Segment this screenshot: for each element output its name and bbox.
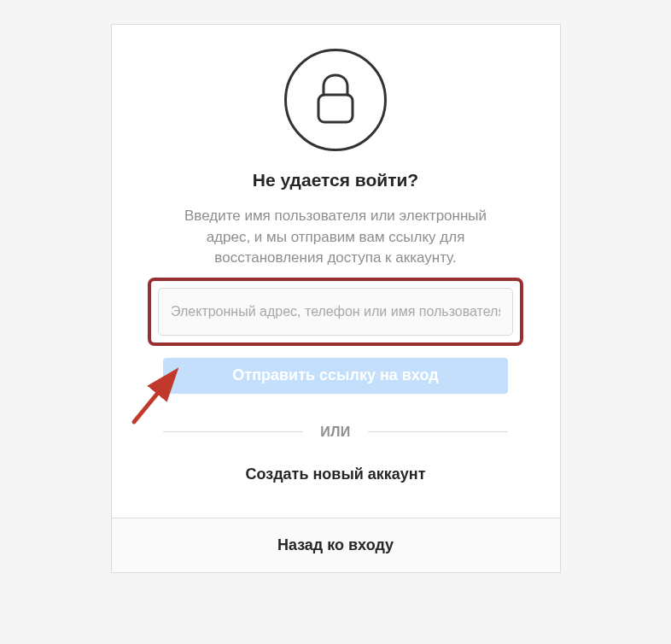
page-title: Не удается войти? — [253, 170, 418, 190]
divider-line-right — [368, 431, 508, 432]
footer-panel: Назад ко входу — [111, 518, 561, 573]
main-panel: Не удается войти? Введите имя пользовате… — [111, 24, 561, 518]
account-recovery-card: Не удается войти? Введите имя пользовате… — [111, 24, 561, 573]
create-account-link[interactable]: Создать новый аккаунт — [245, 465, 425, 483]
input-highlight-box — [148, 278, 523, 346]
lock-icon — [284, 49, 387, 151]
divider: ИЛИ — [163, 424, 508, 440]
credential-input[interactable] — [158, 288, 513, 336]
divider-line-left — [163, 431, 303, 432]
divider-label: ИЛИ — [303, 424, 368, 440]
send-link-button[interactable]: Отправить ссылку на вход — [163, 358, 508, 394]
back-to-login-link[interactable]: Назад ко входу — [277, 536, 394, 554]
svg-rect-0 — [318, 95, 353, 122]
description-text: Введите имя пользователя или электронный… — [112, 206, 560, 269]
